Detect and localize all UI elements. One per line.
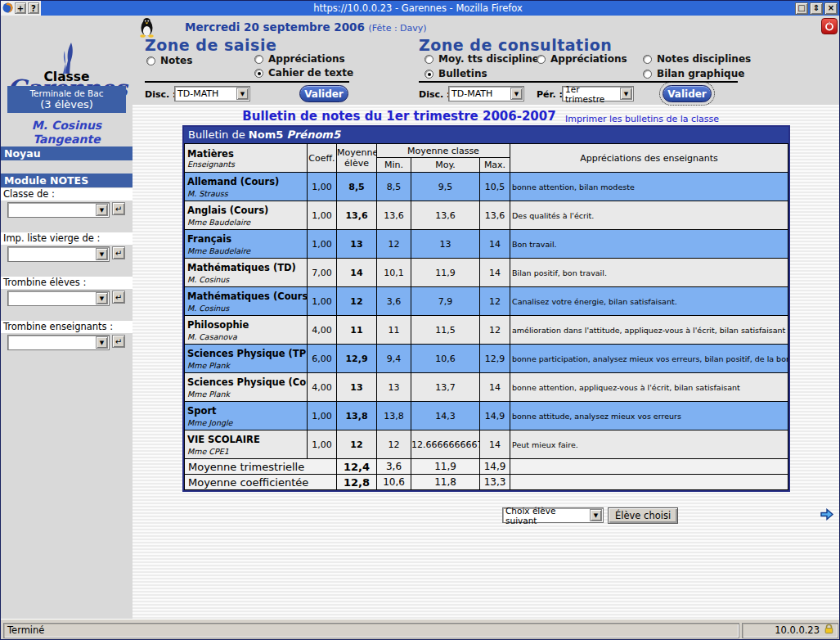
host-text: 10.0.0.23 <box>775 624 820 636</box>
new-tab-button[interactable]: + <box>15 2 26 14</box>
chevron-down-icon[interactable]: ▼ <box>96 292 108 304</box>
zone-consultation-title: Zone de consultation <box>419 36 612 54</box>
chevron-down-icon[interactable]: ▼ <box>620 88 632 100</box>
radio-appreciations-consult-icon[interactable] <box>537 55 546 64</box>
table-row: Anglais (Cours)Mme Baudelaire 1,00 13,6 … <box>185 201 788 230</box>
radio-notes-label: Notes <box>160 55 192 66</box>
header-moy: Moy. <box>411 158 480 173</box>
chevron-down-icon[interactable]: ▼ <box>96 204 108 216</box>
fete-text: (Fête : Davy) <box>369 23 427 34</box>
chevron-down-icon[interactable]: ▼ <box>510 88 523 100</box>
radio-notes-disciplines[interactable]: Notes disciplines <box>643 53 751 65</box>
lock-icon <box>824 624 834 637</box>
periode-select-value: 1er trimestre <box>565 84 619 104</box>
trombine-enseignants-go-button[interactable]: ↵ <box>112 335 125 348</box>
radio-notes-disciplines-icon[interactable] <box>643 55 652 64</box>
disc-select-saisie[interactable]: TD-MATH ▼ <box>174 86 250 101</box>
header-moyenne-eleve: Moyenne élève <box>337 144 377 173</box>
titlebar: + ? https://10.0.0.23 - Garennes - Mozil… <box>1 1 839 16</box>
table-row: Mathématiques (Cours)M. Cosinus 1,00 12 … <box>185 287 788 316</box>
label-imp-liste: Imp. liste vierge de : <box>1 232 133 245</box>
imp-liste-go-button[interactable]: ↵ <box>112 246 125 259</box>
classe-de-go-button[interactable]: ↵ <box>112 202 125 215</box>
radio-notes-disciplines-label: Notes disciplines <box>657 53 751 65</box>
radio-bulletins-icon[interactable] <box>424 70 433 79</box>
radio-cahier-de-texte-label: Cahier de texte <box>268 67 353 79</box>
choix-eleve-select[interactable]: Choix élève suivant ▼ <box>502 507 604 523</box>
trombine-eleves-go-button[interactable]: ↵ <box>112 291 125 304</box>
table-row: PhilosophieM. Casanova 4,00 11 11 11,5 1… <box>185 316 788 345</box>
chevron-down-icon[interactable]: ▼ <box>590 509 602 521</box>
radio-appreciations-saisie-label: Appréciations <box>268 53 345 65</box>
radio-moy-tts-disciplines[interactable]: Moy. tts disciplines <box>424 53 545 65</box>
sidebar-section-noyau[interactable]: Noyau <box>1 146 133 160</box>
page-content: Garennes Classe Terminale de Bac (3 élèv… <box>1 16 840 619</box>
eleve-choisi-button[interactable]: Élève choisi <box>608 507 678 524</box>
disc-label-consult: Disc. : <box>419 89 450 100</box>
radio-appreciations-consult-label: Appréciations <box>550 53 627 65</box>
trombine-enseignants-select[interactable]: ▼ <box>7 335 110 350</box>
radio-bulletins[interactable]: Bulletins <box>424 68 487 79</box>
window-title: https://10.0.0.23 - Garennes - Mozilla F… <box>41 1 795 16</box>
firefox-icon <box>2 1 13 16</box>
header-min: Min. <box>377 158 411 173</box>
valider-consultation-button[interactable]: Valider <box>663 85 712 102</box>
label-classe-de: Classe de : <box>1 188 133 201</box>
table-row: VIE SCOLAIREMme CPE1 1,00 12 12 12.66666… <box>185 430 788 459</box>
radio-appreciations-saisie[interactable]: Appréciations <box>254 53 345 65</box>
table-row: Sciences Physique (TP)Mme Plank 6,00 12,… <box>185 345 788 373</box>
host-panel: 10.0.0.23 <box>742 623 838 638</box>
imp-liste-select[interactable]: ▼ <box>7 246 110 262</box>
page-title: Bulletin de notes du 1er trimestre 2006-… <box>182 109 616 124</box>
valider-saisie-button[interactable]: Valider <box>299 85 348 102</box>
footer-row-coefficientee: Moyenne coefficientée 12,8 10,6 11,8 13,… <box>185 475 788 490</box>
header-coeff: Coeff. <box>308 144 337 173</box>
disc-label-saisie: Disc. : <box>145 89 176 100</box>
chevron-down-icon[interactable]: ▼ <box>96 336 108 349</box>
imp-liste-select-row: ▼ ↵ <box>7 246 125 262</box>
status-text: Terminé <box>3 623 739 638</box>
radio-moy-tts-icon[interactable] <box>424 55 433 64</box>
help-button[interactable]: ? <box>28 2 39 14</box>
shade-button[interactable]: ⇕ <box>810 2 823 15</box>
table-row: SportMme Jongle 1,00 13,8 13,8 14,3 14,9… <box>185 402 788 430</box>
consultation-divider <box>419 81 738 83</box>
classe-de-select[interactable]: ▼ <box>7 202 110 218</box>
radio-bilan-graphique-icon[interactable] <box>643 70 652 79</box>
chevron-down-icon[interactable]: ▼ <box>236 88 249 100</box>
table-row: Mathématiques (TD)M. Cosinus 7,00 14 10,… <box>185 259 788 287</box>
logout-power-button[interactable] <box>821 18 838 34</box>
zone-saisie-title: Zone de saisie <box>145 36 276 54</box>
periode-label: Pér. : <box>537 89 563 100</box>
chevron-down-icon[interactable]: ▼ <box>96 248 108 260</box>
maximize-button[interactable]: □ <box>795 2 808 15</box>
radio-bilan-graphique[interactable]: Bilan graphique <box>643 68 744 79</box>
next-page-arrow-icon[interactable] <box>820 507 834 525</box>
bulletin-table-title: Bulletin de Nom5 Prénom5 <box>184 127 788 143</box>
radio-bulletins-label: Bulletins <box>438 68 487 79</box>
radio-cahier-de-texte[interactable]: Cahier de texte <box>254 67 353 79</box>
trombine-eleves-select[interactable]: ▼ <box>7 291 110 306</box>
student-nom: Nom5 <box>249 128 283 141</box>
periode-select[interactable]: 1er trimestre ▼ <box>562 86 634 101</box>
radio-moy-tts-label: Moy. tts disciplines <box>438 53 545 65</box>
header-max: Max. <box>480 158 510 173</box>
table-row: FrançaisMme Baudelaire 1,00 13 12 13 14 … <box>185 230 788 259</box>
radio-appreciations-consult[interactable]: Appréciations <box>537 53 627 65</box>
teacher-name: M. Cosinus Tangeante <box>1 119 133 146</box>
print-bulletins-link[interactable]: Imprimer les bulletins de la classe <box>565 114 719 124</box>
sidebar-classe-title: Classe <box>1 70 133 84</box>
date-line: Mercredi 20 septembre 2006 (Fête : Davy) <box>185 20 427 34</box>
trombine-eleves-select-row: ▼ ↵ <box>7 291 125 306</box>
close-button[interactable]: × <box>824 2 838 15</box>
radio-notes-icon[interactable] <box>146 56 155 65</box>
sidebar-section-module-notes[interactable]: Module NOTES <box>1 174 133 187</box>
label-trombine-enseignants: Trombine enseignants : <box>1 321 133 333</box>
radio-appreciations-saisie-icon[interactable] <box>254 55 263 64</box>
radio-cahier-de-texte-icon[interactable] <box>254 69 263 78</box>
disc-select-consult[interactable]: TD-MATH ▼ <box>448 86 524 101</box>
radio-notes[interactable]: Notes <box>146 55 192 66</box>
disc-select-consult-value: TD-MATH <box>451 88 492 99</box>
radio-bilan-graphique-label: Bilan graphique <box>657 68 744 79</box>
statusbar: Terminé 10.0.0.23 <box>1 619 840 640</box>
